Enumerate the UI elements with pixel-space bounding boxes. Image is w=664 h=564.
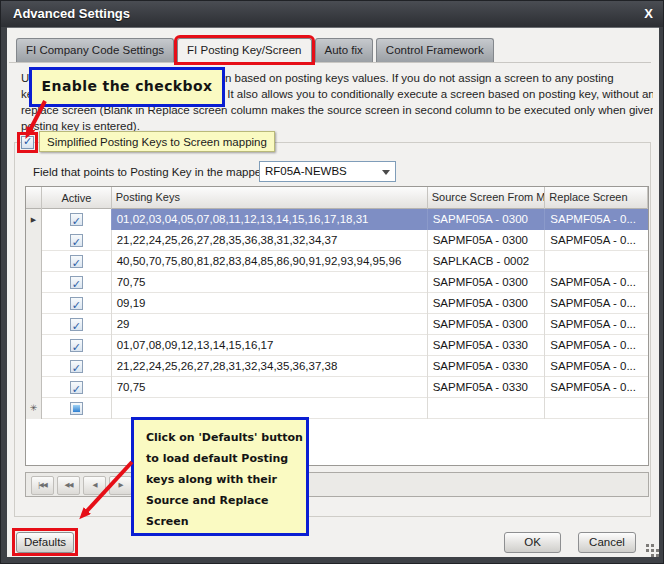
grid-cell-source-screen[interactable]: SAPMF05A - 0330 (428, 356, 546, 377)
grid-cell-replace-screen[interactable]: SAPMF05A - 0... (545, 356, 648, 377)
tab-fi-company-code-settings[interactable]: FI Company Code Settings (16, 38, 174, 62)
row-indicator-cell (26, 356, 42, 377)
grid-cell-source-screen[interactable]: SAPMF05A - 0300 (428, 293, 546, 314)
grid-record-navigator: |◀◀ ◀◀ ◀ ▶ ▶▶| (25, 472, 649, 497)
nav-first-button[interactable]: |◀◀ (31, 476, 54, 495)
posting-key-field-label: Field that points to Posting Key in the … (33, 162, 265, 182)
callout-defaults-button: Click on 'Defaults' button to load defau… (131, 417, 309, 536)
grid-cell-posting-keys[interactable]: 21,22,24,25,26,27,28,35,36,38,31,32,34,3… (112, 230, 428, 251)
grid-cell-posting-keys[interactable]: 01,02,03,04,05,07,08,11,12,13,14,15,16,1… (112, 209, 428, 230)
checkbox-indeterminate-icon[interactable] (70, 402, 83, 415)
grid-cell-active[interactable] (42, 293, 112, 314)
grid-cell-active[interactable] (42, 209, 112, 230)
grid-cell-replace-screen[interactable]: SAPMF05A - 0... (545, 377, 648, 398)
table-row[interactable]: 29 SAPMF05A - 0300 SAPMF05A - 0... (26, 314, 648, 335)
table-row[interactable]: 01,07,08,09,12,13,14,15,16,17 SAPMF05A -… (26, 335, 648, 356)
grid-header-replace-screen[interactable]: Replace Screen (545, 187, 648, 209)
checkbox-checked-icon[interactable] (70, 339, 83, 352)
grid-cell-posting-keys[interactable] (112, 398, 428, 419)
grid-cell-replace-screen[interactable] (545, 398, 648, 419)
tab-fi-posting-key-screen[interactable]: FI Posting Key/Screen (177, 38, 311, 62)
table-row[interactable]: ▶ 01,02,03,04,05,07,08,11,12,13,14,15,16… (26, 209, 648, 230)
grid-cell-posting-keys[interactable]: 21,22,24,25,26,27,28,31,32,34,35,36,37,3… (112, 356, 428, 377)
row-indicator-cell (26, 230, 42, 251)
grid-header-active[interactable]: Active (42, 187, 112, 209)
row-indicator-cell (26, 314, 42, 335)
grid-header-posting-keys[interactable]: Posting Keys (112, 187, 428, 209)
grid-cell-replace-screen[interactable]: SAPMF05A - 0... (545, 272, 648, 293)
row-indicator-cell (26, 293, 42, 314)
grid-cell-replace-screen[interactable]: SAPMF05A - 0... (545, 293, 648, 314)
grid-cell-source-screen[interactable]: SAPMF05A - 0300 (428, 272, 546, 293)
posting-key-field-dropdown[interactable]: RF05A-NEWBS (259, 161, 396, 182)
grid-cell-source-screen[interactable]: SAPMF05A - 0300 (428, 209, 546, 230)
callout-line: keys along with their (146, 469, 302, 490)
grid-cell-posting-keys[interactable]: 40,50,70,75,80,81,82,83,84,85,86,90,91,9… (112, 251, 428, 272)
grid-cell-active[interactable] (42, 398, 112, 419)
grid-cell-posting-keys[interactable]: 70,75 (112, 377, 428, 398)
table-row[interactable]: 70,75 SAPMF05A - 0300 SAPMF05A - 0... (26, 272, 648, 293)
table-row[interactable]: 21,22,24,25,26,27,28,35,36,38,31,32,34,3… (26, 230, 648, 251)
callout-line: Source and Replace (146, 490, 302, 511)
grid-cell-replace-screen[interactable]: SAPMF05A - 0... (545, 314, 648, 335)
checkbox-checked-icon[interactable] (70, 234, 83, 247)
checkbox-checked-icon[interactable] (70, 213, 83, 226)
advanced-settings-dialog: Advanced Settings X FI Company Code Sett… (0, 0, 664, 564)
grid-cell-replace-screen[interactable] (545, 251, 648, 272)
checkbox-checked-icon[interactable] (70, 255, 83, 268)
nav-prev-button[interactable]: ◀ (83, 476, 106, 495)
grid-cell-posting-keys[interactable]: 09,19 (112, 293, 428, 314)
table-row[interactable]: 09,19 SAPMF05A - 0300 SAPMF05A - 0... (26, 293, 648, 314)
grid-cell-active[interactable] (42, 356, 112, 377)
grid-cell-source-screen[interactable]: SAPLKACB - 0002 (428, 251, 546, 272)
tab-strip: FI Company Code Settings FI Posting Key/… (16, 38, 494, 62)
dropdown-arrow-icon[interactable] (382, 170, 390, 175)
row-indicator-cell: ▶ (26, 209, 42, 230)
grid-cell-replace-screen[interactable]: SAPMF05A - 0... (545, 230, 648, 251)
checkbox-checked-icon[interactable] (70, 276, 83, 289)
grid-cell-posting-keys[interactable]: 29 (112, 314, 428, 335)
row-indicator-cell (26, 335, 42, 356)
tab-auto-fix[interactable]: Auto fix (315, 38, 373, 62)
close-icon[interactable]: X (644, 6, 653, 21)
grid-cell-active[interactable] (42, 314, 112, 335)
grid-cell-active[interactable] (42, 377, 112, 398)
checkbox-checked-icon[interactable] (70, 360, 83, 373)
grid-cell-source-screen[interactable]: SAPMF05A - 0300 (428, 314, 546, 335)
nav-next-button[interactable]: ▶ (109, 476, 132, 495)
row-indicator-cell (26, 377, 42, 398)
table-row[interactable]: 21,22,24,25,26,27,28,31,32,34,35,36,37,3… (26, 356, 648, 377)
checkbox-checked-icon[interactable] (70, 381, 83, 394)
grid-cell-source-screen[interactable] (428, 398, 546, 419)
new-row-indicator-cell: ✳ (26, 398, 42, 419)
grid-cell-active[interactable] (42, 335, 112, 356)
grid-cell-source-screen[interactable]: SAPMF05A - 0330 (428, 335, 546, 356)
grid-cell-replace-screen[interactable]: SAPMF05A - 0... (545, 335, 648, 356)
nav-prev-page-button[interactable]: ◀◀ (57, 476, 80, 495)
grid-cell-source-screen[interactable]: SAPMF05A - 0330 (428, 377, 546, 398)
tab-control-framework[interactable]: Control Framework (376, 38, 494, 62)
callout-line: Click on 'Defaults' button (146, 427, 302, 448)
resize-grip-icon[interactable] (646, 544, 649, 547)
grid-cell-active[interactable] (42, 230, 112, 251)
grid-cell-posting-keys[interactable]: 01,07,08,09,12,13,14,15,16,17 (112, 335, 428, 356)
simplified-mapping-checkbox[interactable] (21, 136, 34, 149)
posting-keys-grid: Active Posting Keys Source Screen From M… (25, 186, 649, 466)
grid-cell-active[interactable] (42, 251, 112, 272)
dropdown-selected-value: RF05A-NEWBS (265, 165, 347, 177)
grid-cell-source-screen[interactable]: SAPMF05A - 0300 (428, 230, 546, 251)
defaults-button[interactable]: Defaults (16, 532, 74, 553)
grid-new-row[interactable]: ✳ (26, 398, 648, 419)
table-row[interactable]: 70,75 SAPMF05A - 0330 SAPMF05A - 0... (26, 377, 648, 398)
grid-cell-posting-keys[interactable]: 70,75 (112, 272, 428, 293)
grid-header-source-screen[interactable]: Source Screen From Ma... (428, 187, 546, 209)
grid-rows: ▶ 01,02,03,04,05,07,08,11,12,13,14,15,16… (26, 209, 648, 398)
checkbox-checked-icon[interactable] (70, 318, 83, 331)
checkbox-checked-icon[interactable] (70, 297, 83, 310)
ok-button[interactable]: OK (504, 532, 561, 553)
grid-cell-replace-screen[interactable]: SAPMF05A - 0... (545, 209, 648, 230)
grid-cell-active[interactable] (42, 272, 112, 293)
cancel-button[interactable]: Cancel (578, 532, 636, 553)
table-row[interactable]: 40,50,70,75,80,81,82,83,84,85,86,90,91,9… (26, 251, 648, 272)
window-title: Advanced Settings (13, 6, 130, 21)
